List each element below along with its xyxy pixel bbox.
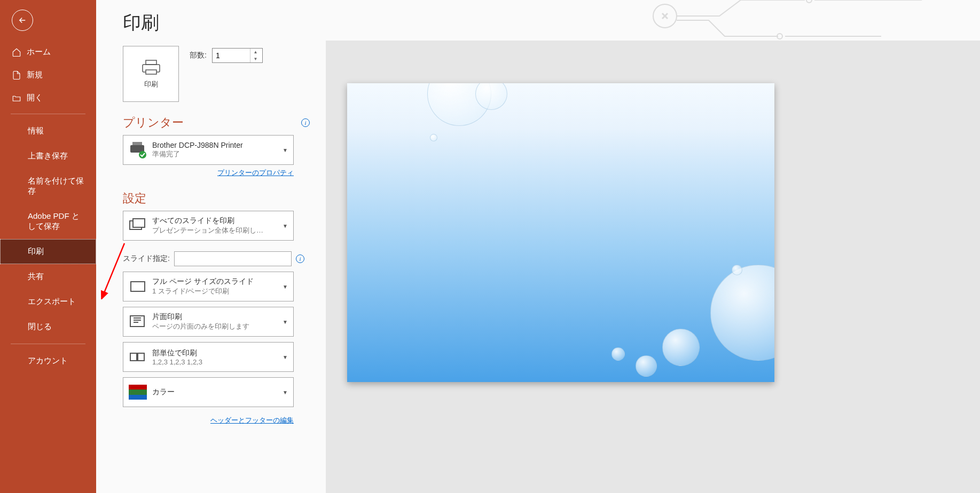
svg-rect-17 — [130, 353, 137, 361]
slide-range-title: すべてのスライドを印刷 — [152, 216, 279, 226]
folder-open-icon — [12, 93, 21, 103]
copies-down-button[interactable]: ▼ — [250, 55, 261, 62]
printer-section-title: プリンター — [123, 115, 184, 131]
info-icon[interactable]: i — [301, 118, 310, 127]
new-file-icon — [12, 70, 21, 80]
sidebar-item-info[interactable]: 情報 — [0, 118, 96, 144]
svg-rect-11 — [133, 219, 145, 227]
print-preview-area — [326, 41, 980, 493]
back-button[interactable] — [12, 10, 33, 31]
slides-all-icon — [128, 216, 148, 236]
copies-input[interactable] — [213, 50, 250, 61]
slide-spec-label: スライド指定: — [123, 254, 170, 264]
sidebar-item-save[interactable]: 上書き保存 — [0, 144, 96, 169]
copies-up-button[interactable]: ▲ — [250, 49, 261, 55]
sides-title: 片面印刷 — [152, 312, 279, 322]
sidebar-item-account[interactable]: アカウント — [0, 348, 96, 373]
chevron-down-icon: ▼ — [283, 319, 289, 325]
sidebar-item-adobe-pdf[interactable]: Adobe PDF として保存 — [0, 204, 96, 239]
sidebar-item-label: 印刷 — [28, 246, 44, 257]
info-icon[interactable]: i — [296, 255, 304, 263]
sidebar-item-label: ホーム — [27, 47, 51, 57]
settings-section-title: 設定 — [123, 190, 146, 206]
sidebar-item-label: 名前を付けて保存 — [28, 176, 84, 196]
chevron-down-icon: ▼ — [283, 389, 289, 395]
color-icon — [128, 382, 148, 402]
layout-sub: 1 スライド/ページで印刷 — [152, 287, 279, 296]
slide-range-dropdown[interactable]: すべてのスライドを印刷 プレゼンテーション全体を印刷し… ▼ — [123, 211, 294, 241]
print-button[interactable]: 印刷 — [123, 46, 179, 102]
copies-spinner[interactable]: ▲ ▼ — [212, 48, 263, 63]
svg-rect-12 — [131, 282, 145, 291]
sidebar-item-open[interactable]: 開く — [0, 86, 96, 109]
chevron-down-icon: ▼ — [283, 223, 289, 229]
sidebar-item-close[interactable]: 閉じる — [0, 314, 96, 339]
print-button-label: 印刷 — [144, 79, 158, 89]
sidebar-item-home[interactable]: ホーム — [0, 41, 96, 63]
collate-dropdown[interactable]: 部単位で印刷 1,2,3 1,2,3 1,2,3 ▼ — [123, 342, 294, 372]
single-sided-icon — [128, 312, 148, 332]
svg-rect-5 — [146, 60, 156, 65]
sides-dropdown[interactable]: 片面印刷 ページの片面のみを印刷します ▼ — [123, 307, 294, 337]
printer-status: 準備完了 — [152, 149, 279, 159]
sidebar-item-label: アカウント — [28, 356, 68, 366]
sidebar-item-label: 共有 — [28, 272, 44, 282]
sides-sub: ページの片面のみを印刷します — [152, 322, 279, 331]
slide-range-sub: プレゼンテーション全体を印刷し… — [152, 226, 279, 235]
printer-icon — [140, 59, 162, 75]
svg-rect-6 — [146, 70, 156, 74]
printer-dropdown[interactable]: Brother DCP-J988N Printer 準備完了 ▼ — [123, 135, 294, 165]
sidebar-item-print[interactable]: 印刷 — [0, 239, 96, 264]
sidebar-item-label: 情報 — [28, 126, 44, 136]
svg-point-9 — [139, 151, 146, 158]
page-title: 印刷 — [123, 11, 159, 35]
sidebar-item-label: 新規 — [27, 70, 43, 80]
color-dropdown[interactable]: カラー ▼ — [123, 377, 294, 407]
layout-dropdown[interactable]: フル ページ サイズのスライド 1 スライド/ページで印刷 ▼ — [123, 272, 294, 301]
sidebar-item-label: 上書き保存 — [28, 151, 68, 161]
sidebar-item-new[interactable]: 新規 — [0, 63, 96, 86]
chevron-down-icon: ▼ — [283, 284, 289, 290]
header-footer-link[interactable]: ヘッダーとフッターの編集 — [123, 416, 294, 425]
svg-line-3 — [104, 243, 124, 294]
printer-ready-icon — [128, 140, 148, 160]
slide-spec-input[interactable] — [174, 251, 292, 266]
slide-preview — [347, 83, 774, 382]
sidebar-item-share[interactable]: 共有 — [0, 264, 96, 289]
color-title: カラー — [152, 387, 279, 397]
collate-title: 部単位で印刷 — [152, 348, 279, 358]
sidebar-item-label: エクスポート — [28, 297, 76, 307]
svg-rect-8 — [132, 142, 142, 145]
sidebar-item-save-as[interactable]: 名前を付けて保存 — [0, 169, 96, 204]
chevron-down-icon: ▼ — [283, 147, 289, 153]
back-arrow-icon — [18, 15, 27, 25]
layout-title: フル ページ サイズのスライド — [152, 277, 279, 287]
sidebar-item-label: Adobe PDF として保存 — [28, 211, 84, 232]
svg-rect-18 — [138, 353, 144, 361]
sidebar-item-export[interactable]: エクスポート — [0, 289, 96, 314]
copies-label: 部数: — [190, 51, 207, 60]
collate-sub: 1,2,3 1,2,3 1,2,3 — [152, 358, 279, 366]
chevron-down-icon: ▼ — [283, 354, 289, 360]
full-page-slide-icon — [128, 276, 148, 297]
sidebar-item-label: 開く — [27, 93, 43, 103]
home-icon — [12, 47, 21, 57]
collate-icon — [128, 347, 148, 367]
printer-name: Brother DCP-J988N Printer — [152, 141, 279, 149]
printer-properties-link[interactable]: プリンターのプロパティ — [123, 168, 294, 178]
sidebar-item-label: 閉じる — [28, 322, 52, 332]
sidebar-divider — [11, 344, 85, 344]
sidebar-divider — [11, 114, 85, 114]
